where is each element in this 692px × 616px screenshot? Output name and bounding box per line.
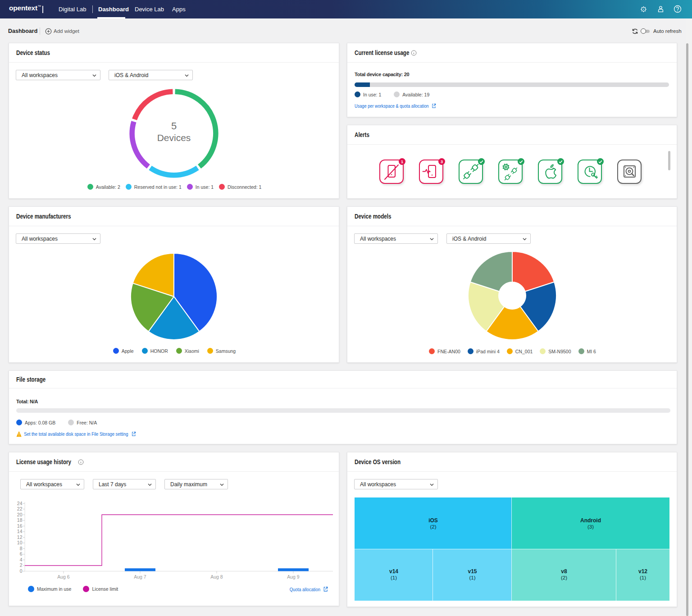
svg-text:Aug 6: Aug 6	[57, 574, 70, 579]
svg-text:16: 16	[17, 523, 23, 529]
svg-text:18: 18	[17, 517, 23, 523]
svg-text:0: 0	[20, 568, 23, 574]
svg-text:4: 4	[20, 557, 23, 562]
svg-text:Aug 9: Aug 9	[287, 574, 300, 579]
svg-text:12: 12	[17, 534, 23, 540]
svg-text:6: 6	[20, 551, 23, 557]
svg-text:20: 20	[17, 512, 23, 517]
svg-text:10: 10	[17, 540, 23, 545]
svg-text:Aug 7: Aug 7	[134, 574, 146, 579]
svg-text:22: 22	[17, 506, 23, 511]
svg-text:24: 24	[17, 501, 23, 506]
svg-text:8: 8	[20, 546, 23, 551]
svg-text:2: 2	[20, 562, 23, 568]
svg-text:14: 14	[17, 529, 23, 534]
svg-text:Aug 8: Aug 8	[210, 574, 223, 579]
